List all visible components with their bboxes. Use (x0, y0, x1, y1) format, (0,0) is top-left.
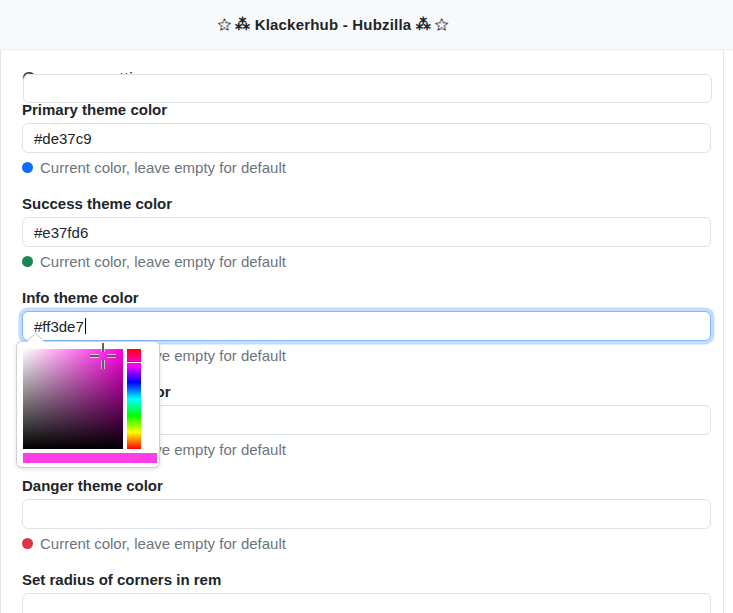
color-picker-popup (16, 341, 160, 468)
danger-help-line: Current color, leave empty for default (22, 535, 713, 552)
info-color-value: #ff3de7 (34, 318, 84, 335)
primary-color-group: Primary theme color Current color, leave… (22, 101, 713, 176)
scrolled-input-remnant[interactable] (23, 74, 712, 103)
crosshair-icon[interactable] (90, 343, 116, 369)
hue-slider[interactable] (127, 349, 141, 449)
corner-radius-label: Set radius of corners in rem (22, 571, 713, 588)
corner-radius-input[interactable] (22, 593, 711, 613)
success-help-line: Current color, leave empty for default (22, 253, 713, 270)
success-color-input[interactable] (22, 217, 711, 247)
text-cursor (85, 318, 86, 334)
success-color-label: Success theme color (22, 195, 713, 212)
primary-help-line: Current color, leave empty for default (22, 159, 713, 176)
primary-color-dot (22, 162, 33, 173)
corner-radius-group: Set radius of corners in rem (22, 571, 713, 613)
danger-color-label: Danger theme color (22, 477, 713, 494)
site-title: ✩ ⁂ Klackerhub - Hubzilla ⁂ ✩ (0, 0, 666, 50)
danger-color-group: Danger theme color Current color, leave … (22, 477, 713, 552)
top-navbar: ✩ ⁂ Klackerhub - Hubzilla ⁂ ✩ (0, 0, 733, 50)
primary-color-label: Primary theme color (22, 101, 713, 118)
danger-color-input[interactable] (22, 499, 711, 529)
primary-color-input[interactable] (22, 123, 711, 153)
danger-color-dot (22, 538, 33, 549)
saturation-square[interactable] (23, 349, 123, 449)
hue-slider-handle[interactable] (127, 362, 141, 363)
danger-help-text: Current color, leave empty for default (40, 535, 286, 552)
primary-help-text: Current color, leave empty for default (40, 159, 286, 176)
success-color-group: Success theme color Current color, leave… (22, 195, 713, 270)
settings-panel: Common settings Primary theme color Curr… (0, 50, 724, 613)
info-color-input[interactable]: #ff3de7 (22, 311, 711, 341)
success-color-dot (22, 256, 33, 267)
success-help-text: Current color, leave empty for default (40, 253, 286, 270)
current-color-preview (23, 453, 157, 463)
info-color-label: Info theme color (22, 289, 713, 306)
